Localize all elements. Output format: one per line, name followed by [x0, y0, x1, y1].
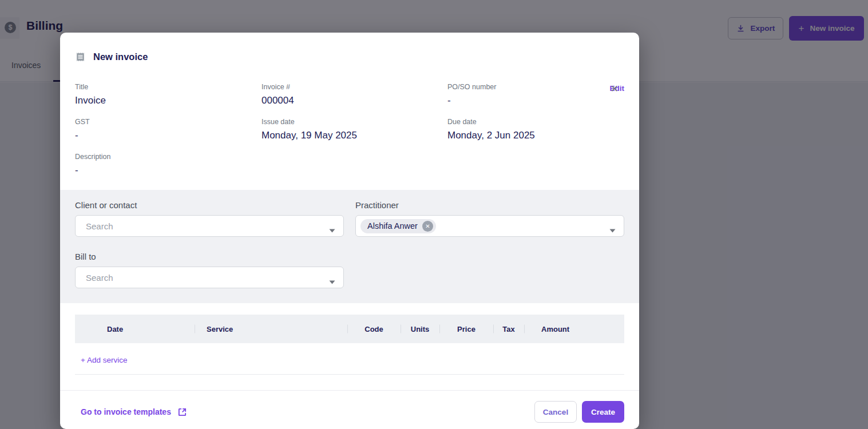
field-gst-value: - — [75, 130, 261, 141]
practitioner-chip-label: Alshifa Anwer — [367, 221, 418, 231]
services-table-header: Date Service Code Units Price Tax Amount — [75, 315, 624, 343]
footer-actions: Cancel Create — [534, 401, 624, 423]
column-header-price: Price — [439, 315, 493, 343]
parties-section: Client or contact Bill to — [60, 190, 639, 303]
receipt-icon — [75, 51, 86, 62]
client-select[interactable] — [75, 215, 344, 237]
create-button[interactable]: Create — [582, 401, 624, 423]
column-header-date: Date — [75, 315, 195, 343]
field-invoice-number-value: 000004 — [261, 95, 447, 106]
invoice-summary: Title Invoice Invoice # 000004 PO/SO num… — [75, 83, 624, 176]
field-description: Description - — [75, 153, 261, 176]
practitioner-chip[interactable]: Alshifa Anwer ✕ — [360, 219, 436, 233]
column-header-tax: Tax — [493, 315, 524, 343]
column-header-amount: Amount — [524, 315, 624, 343]
field-issue-date-label: Issue date — [261, 118, 447, 126]
divider — [75, 374, 624, 375]
page: $ Billing Invoices Export + New invoice … — [0, 0, 868, 429]
field-description-label: Description — [75, 153, 261, 161]
practitioner-label: Practitioner — [355, 200, 624, 210]
invoice-templates-link-label: Go to invoice templates — [81, 407, 171, 416]
client-column: Client or contact Bill to — [75, 200, 344, 288]
add-service-button[interactable]: + Add service — [81, 356, 127, 364]
chevron-down-icon — [609, 225, 616, 235]
field-gst-label: GST — [75, 118, 261, 126]
column-header-service: Service — [195, 315, 347, 343]
invoice-templates-link[interactable]: Go to invoice templates — [81, 407, 187, 417]
bill-to-search-input[interactable] — [86, 273, 320, 283]
external-link-icon — [177, 407, 187, 417]
practitioner-column: Practitioner Alshifa Anwer ✕ — [355, 200, 624, 288]
field-po-so: PO/SO number - — [447, 83, 601, 106]
new-invoice-modal: New invoice ✕ Title Invoice Invoice # 00… — [60, 33, 639, 429]
field-title-value: Invoice — [75, 95, 261, 106]
field-description-value: - — [75, 165, 261, 176]
client-label: Client or contact — [75, 200, 344, 210]
column-header-units: Units — [401, 315, 439, 343]
chip-remove-icon[interactable]: ✕ — [422, 221, 433, 232]
field-due-date-label: Due date — [447, 118, 601, 126]
field-due-date: Due date Monday, 2 Jun 2025 — [447, 118, 601, 141]
field-issue-date-value: Monday, 19 May 2025 — [261, 130, 447, 141]
cancel-button[interactable]: Cancel — [534, 401, 577, 423]
modal-footer: Go to invoice templates Cancel Create — [75, 391, 624, 423]
field-po-so-label: PO/SO number — [447, 83, 601, 91]
modal-header: New invoice — [75, 51, 624, 62]
practitioner-select[interactable]: Alshifa Anwer ✕ — [355, 215, 624, 237]
field-invoice-number-label: Invoice # — [261, 83, 447, 91]
bill-to-select[interactable] — [75, 267, 344, 288]
close-icon[interactable]: ✕ — [611, 84, 619, 94]
bill-to-block: Bill to — [75, 252, 344, 288]
column-header-code: Code — [347, 315, 401, 343]
chevron-down-icon — [329, 276, 335, 287]
field-due-date-value: Monday, 2 Jun 2025 — [447, 130, 601, 141]
field-issue-date: Issue date Monday, 19 May 2025 — [261, 118, 447, 141]
field-invoice-number: Invoice # 000004 — [261, 83, 447, 106]
field-title-label: Title — [75, 83, 261, 91]
client-search-input[interactable] — [86, 221, 320, 231]
chevron-down-icon — [329, 225, 335, 235]
field-gst: GST - — [75, 118, 261, 141]
modal-title: New invoice — [93, 51, 148, 62]
field-po-so-value: - — [447, 95, 601, 106]
bill-to-label: Bill to — [75, 252, 344, 261]
field-title: Title Invoice — [75, 83, 261, 106]
